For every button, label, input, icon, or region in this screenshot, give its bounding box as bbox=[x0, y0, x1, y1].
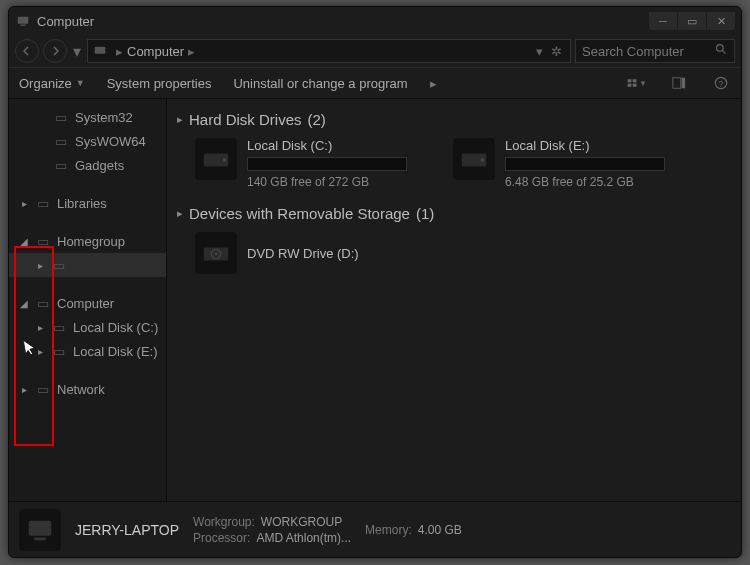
toolbar: Organize▼ System properties Uninstall or… bbox=[9, 67, 741, 99]
breadcrumb-location[interactable]: Computer bbox=[127, 44, 184, 59]
tree-item-syswow64[interactable]: ▭SysWOW64 bbox=[9, 129, 166, 153]
capacity-bar bbox=[505, 157, 665, 171]
drive-free-space: 140 GB free of 272 GB bbox=[247, 175, 407, 189]
search-icon bbox=[715, 43, 728, 59]
processor-value: AMD Athlon(tm)... bbox=[256, 531, 351, 545]
svg-rect-7 bbox=[633, 84, 637, 87]
group-count: (1) bbox=[416, 205, 434, 222]
folder-icon: ▭ bbox=[53, 110, 69, 124]
expand-arrow-icon[interactable]: ▸ bbox=[19, 384, 29, 395]
computer-icon bbox=[92, 43, 108, 59]
history-dropdown[interactable]: ▾ bbox=[71, 39, 83, 63]
svg-text:?: ? bbox=[719, 79, 724, 89]
expand-arrow-icon[interactable]: ▸ bbox=[35, 260, 45, 271]
group-header-removable[interactable]: ▸ Devices with Removable Storage (1) bbox=[177, 205, 731, 222]
group-label: Devices with Removable Storage bbox=[189, 205, 410, 222]
hard-drive-icon bbox=[195, 138, 237, 180]
preview-pane-icon[interactable] bbox=[669, 73, 689, 93]
workgroup-value: WORKGROUP bbox=[261, 515, 342, 529]
libraries-icon: ▭ bbox=[35, 196, 51, 210]
address-dropdown[interactable]: ▾ bbox=[532, 44, 547, 59]
collapse-arrow-icon[interactable]: ▸ bbox=[177, 207, 183, 220]
expand-arrow-icon[interactable]: ▸ bbox=[35, 346, 45, 357]
content-pane[interactable]: ▸ Hard Disk Drives (2) Local Disk (C:) 1… bbox=[167, 99, 741, 501]
help-icon[interactable]: ? bbox=[711, 73, 731, 93]
drive-free-space: 6.48 GB free of 25.2 GB bbox=[505, 175, 665, 189]
tree-item-local-disk-e[interactable]: ▸▭Local Disk (E:) bbox=[9, 339, 166, 363]
svg-point-3 bbox=[717, 45, 724, 52]
group-count: (2) bbox=[308, 111, 326, 128]
collapse-arrow-icon[interactable]: ◢ bbox=[19, 298, 29, 309]
tree-item-homegroup[interactable]: ◢▭Homegroup bbox=[9, 229, 166, 253]
details-pane: JERRY-LAPTOP Workgroup:WORKGROUP Process… bbox=[9, 501, 741, 557]
maximize-button[interactable]: ▭ bbox=[678, 12, 706, 30]
group-label: Hard Disk Drives bbox=[189, 111, 302, 128]
svg-rect-2 bbox=[95, 47, 106, 54]
memory-value: 4.00 GB bbox=[418, 523, 462, 537]
homegroup-icon: ▭ bbox=[35, 234, 51, 248]
computer-icon: ▭ bbox=[35, 296, 51, 310]
svg-point-18 bbox=[215, 253, 218, 256]
svg-rect-5 bbox=[633, 79, 637, 82]
drive-item-c[interactable]: Local Disk (C:) 140 GB free of 272 GB bbox=[195, 138, 407, 189]
back-button[interactable] bbox=[15, 39, 39, 63]
explorer-window: Computer ─ ▭ ✕ ▾ ▸ Computer ▸ ▾ ✲ Search bbox=[8, 6, 742, 558]
computer-icon bbox=[19, 509, 61, 551]
network-icon: ▭ bbox=[35, 382, 51, 396]
tree-item-gadgets[interactable]: ▭Gadgets bbox=[9, 153, 166, 177]
organize-menu[interactable]: Organize▼ bbox=[19, 76, 85, 91]
tree-item-homegroup-child[interactable]: ▸▭ bbox=[9, 253, 166, 277]
hard-drive-icon bbox=[453, 138, 495, 180]
title-bar: Computer ─ ▭ ✕ bbox=[9, 7, 741, 35]
navigation-row: ▾ ▸ Computer ▸ ▾ ✲ Search Computer bbox=[9, 35, 741, 67]
close-button[interactable]: ✕ bbox=[707, 12, 735, 30]
drive-item-d[interactable]: DVD RW Drive (D:) bbox=[195, 232, 731, 274]
drive-icon: ▭ bbox=[51, 320, 67, 334]
uninstall-program-button[interactable]: Uninstall or change a program bbox=[233, 76, 407, 91]
minimize-button[interactable]: ─ bbox=[649, 12, 677, 30]
folder-icon: ▭ bbox=[53, 158, 69, 172]
search-input[interactable]: Search Computer bbox=[575, 39, 735, 63]
collapse-arrow-icon[interactable]: ▸ bbox=[177, 113, 183, 126]
forward-button[interactable] bbox=[43, 39, 67, 63]
window-title: Computer bbox=[37, 14, 94, 29]
folder-icon: ▭ bbox=[53, 134, 69, 148]
tree-item-local-disk-c[interactable]: ▸▭Local Disk (C:) bbox=[9, 315, 166, 339]
svg-rect-8 bbox=[673, 78, 681, 89]
view-menu-icon[interactable]: ▼ bbox=[627, 73, 647, 93]
svg-rect-9 bbox=[682, 78, 686, 89]
computer-name: JERRY-LAPTOP bbox=[75, 522, 179, 538]
body: ▭System32 ▭SysWOW64 ▭Gadgets ▸▭Libraries… bbox=[9, 99, 741, 501]
refresh-button[interactable]: ✲ bbox=[547, 44, 566, 59]
tree-item-system32[interactable]: ▭System32 bbox=[9, 105, 166, 129]
chevron-right-icon[interactable]: ▸ bbox=[184, 44, 199, 59]
dvd-drive-icon bbox=[195, 232, 237, 274]
tree-item-computer[interactable]: ◢▭Computer bbox=[9, 291, 166, 315]
navigation-pane: ▭System32 ▭SysWOW64 ▭Gadgets ▸▭Libraries… bbox=[9, 99, 167, 501]
drive-item-e[interactable]: Local Disk (E:) 6.48 GB free of 25.2 GB bbox=[453, 138, 665, 189]
drive-name: DVD RW Drive (D:) bbox=[247, 246, 359, 261]
capacity-bar bbox=[247, 157, 407, 171]
svg-point-13 bbox=[223, 158, 227, 162]
drive-name: Local Disk (C:) bbox=[247, 138, 407, 153]
window-controls: ─ ▭ ✕ bbox=[649, 12, 735, 30]
chevron-right-icon[interactable]: ▸ bbox=[112, 44, 127, 59]
system-properties-button[interactable]: System properties bbox=[107, 76, 212, 91]
toolbar-overflow[interactable]: ▸ bbox=[430, 76, 437, 91]
svg-rect-20 bbox=[34, 537, 45, 540]
svg-rect-1 bbox=[20, 25, 25, 26]
address-bar[interactable]: ▸ Computer ▸ ▾ ✲ bbox=[87, 39, 571, 63]
user-icon: ▭ bbox=[51, 258, 67, 272]
group-header-hdd[interactable]: ▸ Hard Disk Drives (2) bbox=[177, 111, 731, 128]
collapse-arrow-icon[interactable]: ◢ bbox=[19, 236, 29, 247]
svg-rect-6 bbox=[628, 84, 632, 87]
workgroup-label: Workgroup: bbox=[193, 515, 255, 529]
processor-label: Processor: bbox=[193, 531, 250, 545]
expand-arrow-icon[interactable]: ▸ bbox=[35, 322, 45, 333]
svg-point-15 bbox=[481, 158, 485, 162]
tree-item-network[interactable]: ▸▭Network bbox=[9, 377, 166, 401]
memory-label: Memory: bbox=[365, 523, 412, 537]
expand-arrow-icon[interactable]: ▸ bbox=[19, 198, 29, 209]
svg-rect-0 bbox=[18, 17, 29, 24]
tree-item-libraries[interactable]: ▸▭Libraries bbox=[9, 191, 166, 215]
